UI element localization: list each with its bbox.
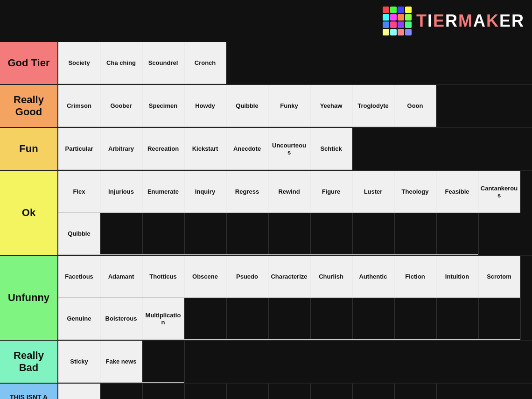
tier-item-filler [310,213,352,255]
logo-cell-0 [383,7,389,13]
tier-item-filler [100,213,142,255]
tier-item-filler [310,384,352,399]
tier-item[interactable]: Enumerate [142,171,184,213]
tier-item[interactable]: Multiplicatio n [142,298,184,340]
tier-item[interactable]: Facetious [58,256,100,298]
tier-items-really-bad: StickyFake news [58,341,532,383]
logo-cell-14 [398,29,404,35]
tier-item-filler [352,384,394,399]
tier-item[interactable]: Adamant [100,256,142,298]
tier-item[interactable]: Rewind [268,171,310,213]
tier-item-filler [394,384,436,399]
logo-cell-7 [405,14,412,21]
tier-item[interactable]: Quibble [226,85,268,127]
tier-item-filler [142,384,184,399]
tier-item[interactable]: Particular [58,128,100,170]
logo-text: TiERMAKER [416,11,525,31]
tier-item[interactable]: Fiction [394,256,436,298]
logo-cell-3 [405,7,412,13]
tier-item[interactable]: Thotticus [142,256,184,298]
tier-item[interactable]: Scoundrel [142,42,184,84]
tier-label-custom: THIS ISNT A WOOOOOOOOOOOOR D [0,384,58,399]
tier-item[interactable]: Howdy [184,85,226,127]
tier-item[interactable]: Inquiry [184,171,226,213]
tier-item-filler [184,213,226,255]
tier-item-filler [394,213,436,255]
tier-items-god: SocietyCha chingScoundrelCronch [58,42,532,84]
tier-item[interactable]: Churlish [310,256,352,298]
tier-label-really-bad: Really Bad [0,341,58,383]
tier-row-custom: THIS ISNT A WOOOOOOOOOOOOR D86 [0,384,532,399]
tier-item-filler [184,384,226,399]
tier-item[interactable]: Uncourteou s [268,128,310,170]
tier-item[interactable]: Obscene [184,256,226,298]
tier-item[interactable]: Flex [58,171,100,213]
tier-item-filler [478,298,520,340]
tier-item[interactable]: Arbitrary [100,128,142,170]
tier-items-ok: FlexInjuriousEnumerateInquiryRegressRewi… [58,171,532,255]
tier-item[interactable]: Schtick [310,128,352,170]
tier-item[interactable]: Recreation [142,128,184,170]
tier-row-really-good: Really GoodCrimsonGooberSpecimenHowdyQui… [0,85,532,128]
tier-row-unfunny: UnfunnyFacetiousAdamantThotticusObsceneP… [0,256,532,341]
tier-item[interactable]: Genuine [58,298,100,340]
tier-table: God TierSocietyCha chingScoundrelCronchR… [0,42,532,399]
tier-item[interactable]: Goober [100,85,142,127]
tier-item[interactable]: Kickstart [184,128,226,170]
tier-item[interactable]: Characterize [268,256,310,298]
tier-row-ok: OkFlexInjuriousEnumerateInquiryRegressRe… [0,171,532,256]
tier-item[interactable]: Cha ching [100,42,142,84]
logo-grid [383,7,412,35]
tier-item-filler [226,384,268,399]
tier-row-god: God TierSocietyCha chingScoundrelCronch [0,42,532,85]
tier-item[interactable]: Cronch [184,42,226,84]
tier-label-unfunny: Unfunny [0,256,58,340]
tier-item[interactable]: Figure [310,171,352,213]
tier-item[interactable]: Yeehaw [310,85,352,127]
tier-item[interactable]: Society [58,42,100,84]
tier-item-filler [394,298,436,340]
logo-cell-12 [383,29,389,35]
tier-items-custom: 86 [58,384,532,399]
logo-cell-1 [390,7,397,13]
logo-cell-11 [405,21,412,28]
tier-item[interactable]: Scrotom [478,256,520,298]
tier-item[interactable]: Goon [394,85,436,127]
tier-item[interactable]: Feasible [436,171,478,213]
tier-item[interactable]: 86 [58,384,100,399]
tier-item[interactable]: Boisterous [100,298,142,340]
tier-item[interactable]: Psuedo [226,256,268,298]
logo: TiERMAKER [383,7,525,35]
logo-cell-5 [390,14,397,21]
tier-item[interactable]: Sticky [58,341,100,383]
logo-cell-2 [398,7,404,13]
tier-item-filler [226,213,268,255]
tier-item[interactable]: Funky [268,85,310,127]
tier-label-god: God Tier [0,42,58,84]
tier-item[interactable]: Theology [394,171,436,213]
logo-cell-13 [390,29,397,35]
app-container: TiERMAKER God TierSocietyCha chingScound… [0,0,532,399]
tier-item[interactable]: Injurious [100,171,142,213]
header: TiERMAKER [0,0,532,42]
tier-item[interactable]: Intuition [436,256,478,298]
logo-cell-9 [390,21,397,28]
tier-label-really-good: Really Good [0,85,58,127]
tier-item[interactable]: Crimson [58,85,100,127]
tier-item[interactable]: Regress [226,171,268,213]
tier-item-filler [310,298,352,340]
tier-item-filler [100,384,142,399]
tier-item[interactable]: Quibble [58,213,100,255]
tier-item[interactable]: Troglodyte [352,85,394,127]
tier-item-filler [436,213,478,255]
tier-item[interactable]: Anecdote [226,128,268,170]
tier-item-filler [142,213,184,255]
tier-item[interactable]: Cantankerou s [478,171,520,213]
tier-item[interactable]: Fake news [100,341,142,383]
tier-item[interactable]: Luster [352,171,394,213]
tier-item-filler [352,213,394,255]
tier-item-filler [142,341,184,383]
tier-label-ok: Ok [0,171,58,255]
tier-item[interactable]: Authentic [352,256,394,298]
tier-item[interactable]: Specimen [142,85,184,127]
